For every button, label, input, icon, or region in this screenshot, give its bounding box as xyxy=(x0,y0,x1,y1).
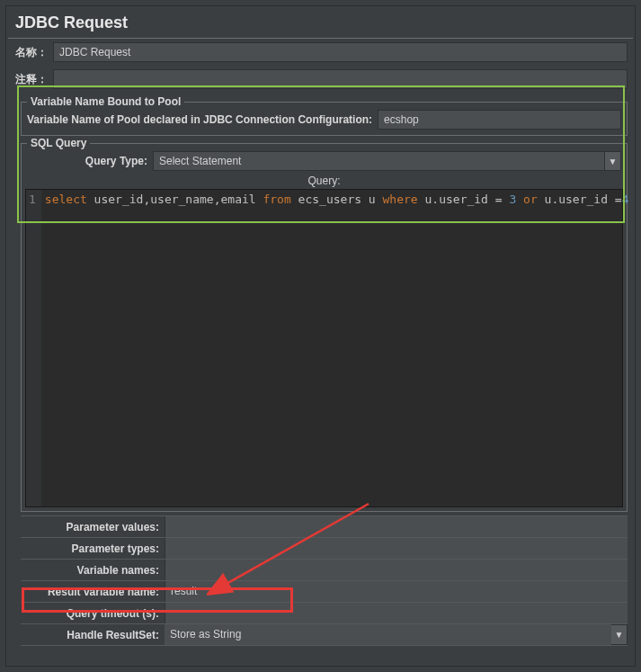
query-timeout-input[interactable] xyxy=(165,603,628,623)
sql-editor[interactable]: 1 select user_id,user_name,email from ec… xyxy=(25,189,623,507)
chevron-down-icon: ▼ xyxy=(611,624,628,645)
query-timeout-label: Query timeout (s): xyxy=(21,604,165,623)
param-types-label: Parameter types: xyxy=(21,539,165,559)
pool-fieldset: Variable Name Bound to Pool Variable Nam… xyxy=(21,102,628,136)
param-types-input[interactable] xyxy=(165,538,628,559)
editor-gutter: 1 xyxy=(26,190,41,506)
chevron-down-icon: ▼ xyxy=(605,151,621,171)
variable-names-row: Variable names: xyxy=(21,559,628,580)
name-input[interactable] xyxy=(53,42,628,62)
handle-resultset-value: Store as String xyxy=(165,624,611,645)
name-label: 名称： xyxy=(13,45,53,60)
param-grid: Parameter values: Parameter types: Varia… xyxy=(21,515,628,646)
pool-var-label: Variable Name of Pool declared in JDBC C… xyxy=(27,113,378,126)
comment-input[interactable] xyxy=(53,69,628,89)
result-variable-row: Result variable name: result xyxy=(21,580,628,602)
handle-resultset-select[interactable]: Store as String ▼ xyxy=(165,624,628,645)
result-variable-label: Result variable name: xyxy=(21,582,165,602)
comment-row: 注释： xyxy=(8,66,633,93)
handle-resultset-row: Handle ResultSet: Store as String ▼ xyxy=(21,623,628,646)
query-label: Query: xyxy=(25,173,623,189)
sql-legend: SQL Query xyxy=(27,137,90,149)
handle-resultset-label: Handle ResultSet: xyxy=(21,625,165,645)
sql-fieldset: SQL Query Query Type: Select Statement ▼… xyxy=(21,143,628,512)
panel-title: JDBC Request xyxy=(8,8,633,39)
line-number: 1 xyxy=(29,193,36,206)
pool-var-input[interactable] xyxy=(378,110,621,130)
query-type-value: Select Statement xyxy=(153,151,605,171)
result-variable-input[interactable]: result xyxy=(165,581,628,602)
query-type-label: Query Type: xyxy=(27,155,153,167)
comment-label: 注释： xyxy=(13,72,53,87)
param-types-row: Parameter types: xyxy=(21,537,628,559)
pool-legend: Variable Name Bound to Pool xyxy=(27,95,184,108)
variable-names-label: Variable names: xyxy=(21,560,165,580)
variable-names-input[interactable] xyxy=(165,560,628,580)
query-timeout-row: Query timeout (s): xyxy=(21,602,628,623)
query-type-select[interactable]: Select Statement ▼ xyxy=(153,151,621,171)
param-values-input[interactable] xyxy=(165,516,628,537)
name-row: 名称： xyxy=(8,39,633,66)
param-values-row: Parameter values: xyxy=(21,515,628,537)
param-values-label: Parameter values: xyxy=(21,517,165,537)
jdbc-request-panel: JDBC Request 名称： 注释： Variable Name Bound… xyxy=(5,5,636,667)
editor-code[interactable]: select user_id,user_name,email from ecs_… xyxy=(41,190,633,506)
